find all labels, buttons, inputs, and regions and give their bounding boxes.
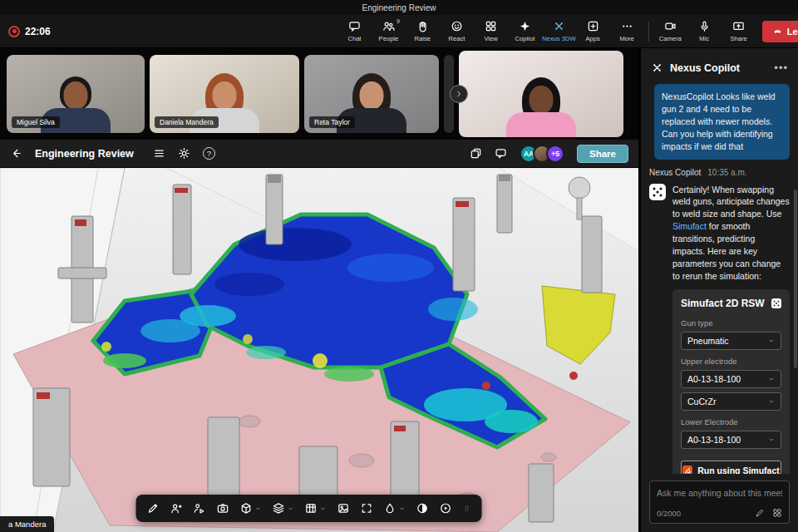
recording-timer: 22:06 [8,26,51,37]
apps-button[interactable]: Apps [576,15,610,48]
gun-type-select[interactable]: Pneumatic [681,332,781,350]
model-tool[interactable] [240,502,262,515]
participant-name: Daniela Mandera [155,116,219,128]
comment-icon[interactable] [495,147,507,160]
sidebar-scrollbar[interactable] [794,190,797,368]
snapshot-tool[interactable] [217,502,229,515]
bot-name: Nexus Copilot [649,168,701,177]
chevron-down-icon [768,398,775,405]
camera-button[interactable]: Camera [653,15,687,48]
presenter-label: a Mandera [0,516,54,532]
apps-icon [587,20,599,32]
simufact-link[interactable]: Simufact [672,221,707,231]
copilot-header: Nexus Copilot ••• [641,48,798,84]
brightness-icon[interactable] [178,147,190,160]
participant-name: Reta Taylor [309,116,355,128]
copilot-chat: NexusCopilot Looks like weld gun 2 and 4… [641,84,798,474]
mic-button[interactable]: Mic [687,15,722,48]
chat-icon [348,20,361,32]
people-count-badge: 9 [397,18,400,24]
content-area: Miguel Silva Daniela Mandera Reta Taylor [0,48,798,532]
toolbar-drag-handle[interactable] [463,502,471,515]
copilot-panel: Nexus Copilot ••• NexusCopilot Looks lik… [638,48,798,532]
layers-tool[interactable] [273,502,294,515]
nexus-logo-icon [651,62,663,74]
nexus-3dw-button[interactable]: Nexus 3DW [542,15,576,48]
copilot-button[interactable]: Copilot [508,15,542,48]
people-icon [382,20,395,32]
chevron-down-icon [768,376,775,382]
raise-hand-button[interactable]: Raise [406,15,440,48]
share-screen-icon [732,20,745,32]
viewer-title: Engineering Review [35,148,134,160]
people-button[interactable]: 9 People [372,15,406,48]
toolbar-divider [648,22,649,42]
grid-icon[interactable] [772,508,782,518]
viewer-header: Engineering Review ? AA +5 Share [0,140,638,168]
chat-button[interactable]: Chat [337,15,372,48]
compare-tool[interactable] [416,502,429,515]
list-icon[interactable] [153,147,165,160]
layers-icon[interactable] [470,147,482,160]
video-tile[interactable]: Reta Taylor [304,55,439,133]
help-icon[interactable]: ? [203,147,215,160]
video-tile[interactable]: Daniela Mandera [150,55,299,133]
participant-name: Miguel Silva [12,116,60,128]
next-participants-button[interactable] [450,85,468,103]
upper-electrode-material-select[interactable]: CuCrZr [681,392,781,411]
draw-icon [147,502,160,515]
react-button[interactable]: React [440,15,474,48]
leave-button[interactable]: Leave [762,21,798,42]
meeting-window: Engineering Review 22:06 Chat 9 People R… [0,0,798,532]
viewer-avatars: AA +5 [520,145,564,163]
avatar-overflow[interactable]: +5 [546,145,564,163]
chevron-down-icon [399,505,406,512]
card-title: Simufact 2D RSW [681,298,765,309]
fit-view-tool[interactable] [361,502,373,515]
view-button[interactable]: View [474,15,508,48]
stack-icon [273,502,285,515]
fullscreen-icon [361,502,373,515]
add-person-tool[interactable] [170,502,183,515]
leave-call-icon [772,26,783,37]
lower-electrode-select[interactable]: A0-13-18-100 [681,431,781,449]
simufact-card: Simufact 2D RSW Gun type Pneumatic Upper… [672,289,790,474]
cube-icon [240,502,253,515]
copilot-input[interactable] [657,488,782,498]
table-tool[interactable] [305,502,327,515]
chevron-down-icon [768,337,775,344]
field-label-gun-type: Gun type [681,318,781,328]
compose-icon[interactable] [755,508,765,518]
window-title: Engineering Review [362,3,436,12]
video-strip: Miguel Silva Daniela Mandera Reta Taylor [0,48,638,140]
droplet-icon [384,502,397,515]
simufact-logo-icon [682,466,692,474]
image-tool[interactable] [337,502,350,515]
run-simufact-button[interactable]: Run using Simufact [681,461,781,474]
present-tool[interactable] [194,502,206,515]
material-tool[interactable] [384,502,406,515]
back-icon[interactable] [10,147,22,160]
react-icon [451,20,463,32]
mic-icon [698,20,711,32]
share-screen-button[interactable]: Share [722,15,756,48]
video-tile[interactable]: Miguel Silva [7,55,145,133]
3d-viewport[interactable]: a Mandera [0,168,638,532]
upper-electrode-select[interactable]: A0-13-18-100 [681,370,781,388]
panel-more-icon[interactable]: ••• [774,62,788,74]
play-tool[interactable] [440,502,452,515]
video-tile-active-speaker[interactable] [459,51,623,137]
image-icon [337,502,350,515]
draw-tool[interactable] [147,502,160,515]
more-button[interactable]: More [610,15,644,48]
bot-message-meta: Nexus Copilot 10:35 a.m. [649,168,790,177]
copilot-title: Nexus Copilot [670,62,767,74]
bot-message-row: Certainly! When swapping weld guns, anti… [649,184,790,283]
present-icon [194,502,206,515]
play-icon [440,502,452,515]
nexus-icon [553,20,565,32]
meeting-toolbar: 22:06 Chat 9 People Raise React Vi [0,15,798,48]
table-icon [305,502,318,515]
viewer-share-button[interactable]: Share [577,145,628,163]
cad-scene [0,168,638,532]
